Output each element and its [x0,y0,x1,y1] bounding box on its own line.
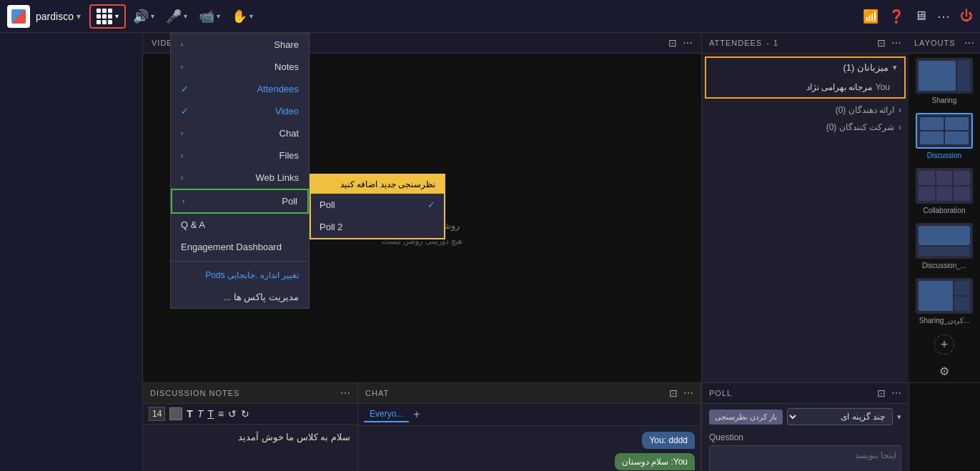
layouts-bottom-panel [909,383,980,471]
dropdown-item-chat[interactable]: › Chat [171,122,309,144]
dropdown-item-resize[interactable]: تغییر اندازه .جابجایی Pods [171,264,309,286]
chat-msg-1-text: You: dddd [649,435,688,445]
poll-open-button[interactable]: باز کردن نظرسنجی [709,410,783,425]
participants-section[interactable]: › شرکت کنندگان (0) [702,119,909,136]
mic-control[interactable]: 🎤 ▾ [166,9,187,24]
manage-label: مدیریت پاکس ها ... [181,292,299,302]
attendees-more-icon[interactable]: ⋯ [891,37,901,49]
speaker-chevron: ▾ [151,12,154,20]
italic-button[interactable]: T [197,408,204,420]
hosts-chevron-icon: ▾ [893,63,897,72]
chat-messages: You: dddd You: سلام دوستان You: وقت بخیر [358,426,701,471]
share-arrow-icon: › [181,41,183,49]
redo-button[interactable]: ↻ [241,408,249,420]
poll-submenu-item-poll[interactable]: Poll ✓ [311,194,444,216]
speaker-control[interactable]: 🔊 ▾ [133,9,154,24]
hand-control[interactable]: ✋ ▾ [232,9,253,24]
app-logo [7,5,30,28]
speaker-icon: 🔊 [133,9,149,24]
chat-add-tab-button[interactable]: + [413,408,420,421]
underline-button[interactable]: T [207,408,214,420]
help-icon[interactable]: ❓ [889,9,904,24]
attendees-panel: ATTENDEES - 1 ⊡ ⋯ ▾ میزبانان (1) [701,33,909,382]
notes-content: سلام به کلاس ما خوش آمدید [143,425,357,471]
topbar-right: 📶 ❓ 🖥 ⋯ ⏻ [863,9,973,24]
layout-item-discussion[interactable]: Discussion [909,109,980,164]
topbar: pardisco ▾ ▾ 🔊 ▾ 🎤 ▾ 📹 ▾ ✋ ▾ 📶 ❓ 🖥 [0,0,980,33]
poll-expand-icon[interactable]: ⊡ [877,387,886,399]
dropdown-item-notes[interactable]: › Notes [171,56,309,78]
hand-icon: ✋ [232,9,247,24]
chat-expand-icon[interactable]: ⊡ [669,387,678,399]
color-picker[interactable] [169,407,182,420]
dropdown-item-qa[interactable]: Q & A [171,214,309,236]
layouts-more-icon[interactable]: ⋯ [964,37,974,49]
layout-label-discussion2: Discussion_... [922,262,966,269]
poll2-item-label: Poll 2 [320,222,343,232]
engagement-label: Engagement Dashboard [181,242,282,252]
presenters-section[interactable]: › ارائه دهندگان (0) [702,101,909,119]
dropdown-menu: › Share › Notes ✓ Attendees ✓ Video › Ch… [170,33,310,309]
video-more-icon[interactable]: ⋯ [683,37,693,49]
layout-label-sharing: Sharing [932,96,956,104]
notes-more-icon[interactable]: ⋯ [340,387,350,399]
poll-submenu-item-poll2[interactable]: Poll 2 [311,216,444,238]
chat-message-1: You: dddd [642,432,695,449]
poll-submenu-header: نظرسنجی جدید اضافه کنید [311,175,444,194]
camera-control[interactable]: 📹 ▾ [199,9,220,24]
dropdown-item-video[interactable]: ✓ Video [171,100,309,122]
dropdown-item-weblinks[interactable]: › Web Links [171,167,309,189]
undo-button[interactable]: ↺ [228,408,237,420]
bold-button[interactable]: T [187,408,193,420]
chat-panel-header: CHAT ⊡ ⋯ [358,383,701,404]
layout-item-collaboration[interactable]: Collaboration [909,164,980,219]
layout-item-discussion2[interactable]: Discussion_... [909,219,980,274]
poll-item-label: Poll [320,199,335,210]
dropdown-item-manage[interactable]: مدیریت پاکس ها ... [171,286,309,308]
power-icon[interactable]: ⏻ [960,9,973,24]
font-size-selector[interactable]: 14 [149,407,165,421]
layouts-header: LAYOUTS ⋯ [909,33,980,54]
dropdown-item-share[interactable]: › Share [171,34,309,56]
hosts-header[interactable]: ▾ میزبانان (1) [706,58,904,77]
video-expand-icon[interactable]: ⊡ [668,37,677,49]
poll-type-dropdown[interactable]: چند گزینه ای [787,408,893,425]
poll-type-chevron-icon: ▾ [897,412,901,422]
poll-more-icon[interactable]: ⋯ [891,387,901,399]
dropdown-item-files[interactable]: › Files [171,144,309,167]
host-entry: You مرجانه بهرامی نژاد [706,77,904,97]
list-button[interactable]: ≡ [218,408,224,420]
grid-button[interactable]: ▾ [89,4,126,29]
layout-item-sharing[interactable]: Sharing [909,54,980,109]
attendees-expand-icon[interactable]: ⊡ [877,37,886,49]
notes-panel: DISCUSSION NOTES ⋯ 14 T T T ≡ ↺ ↻ سلام [143,383,358,471]
chat-tab-row: Everyo... + [358,404,701,426]
share-label: Share [274,39,299,50]
dropdown-item-engagement[interactable]: Engagement Dashboard [171,236,309,258]
chat-tab-everyone[interactable]: Everyo... [364,407,409,422]
layout-thumb-collaboration [916,168,973,204]
poll-question-textarea[interactable] [709,445,901,471]
layout-thumb-sharing2 [916,278,973,314]
layout-item-sharing2[interactable]: Sharing_کردن... [909,274,980,329]
dropdown-item-attendees[interactable]: ✓ Attendees [171,78,309,100]
more-icon[interactable]: ⋯ [937,9,950,24]
dropdown-item-poll[interactable]: › Poll [171,189,309,214]
camera-icon: 📹 [199,9,214,24]
poll-arrow-icon: › [182,197,184,205]
notes-toolbar: 14 T T T ≡ ↺ ↻ [143,404,357,425]
settings-gear-icon[interactable]: ⚙ [939,365,949,378]
poll-submenu: نظرسنجی جدید اضافه کنید Poll ✓ Poll 2 [310,174,445,239]
mic-icon: 🎤 [166,9,182,24]
attendees-count: 1 [773,39,778,47]
chat-more-icon[interactable]: ⋯ [683,387,693,399]
presenters-chevron-icon: › [899,105,901,115]
qa-label: Q & A [181,219,205,230]
screen-icon[interactable]: 🖥 [914,9,927,24]
signal-icon: 📶 [863,9,878,24]
app-chevron[interactable]: ▾ [76,11,81,21]
mic-chevron: ▾ [184,12,187,20]
add-layout-button[interactable]: + [934,334,954,355]
chat-message-2: You: سلام دوستان [615,453,695,470]
layout-label-collaboration: Collaboration [924,207,966,214]
